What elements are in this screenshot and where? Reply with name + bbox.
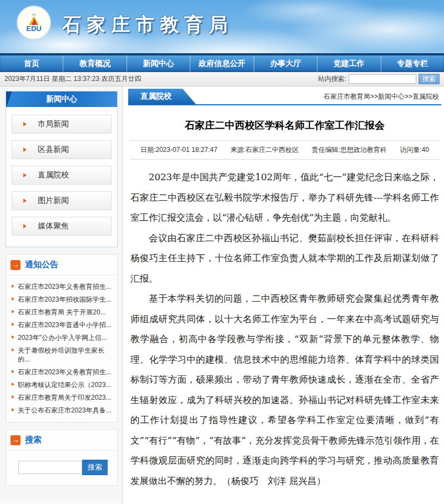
article-body: 2023年是中国共产党建党102周年，值此“七一”建党纪念日来临之际，石家庄二中…: [130, 167, 439, 491]
logo-text: EDU: [26, 25, 41, 32]
sidebar-item-label: 直属院校: [38, 170, 69, 180]
bullet-arrow-icon: [12, 284, 14, 288]
notice-link[interactable]: 石家庄市2023年招收国际学生...: [11, 293, 114, 306]
meta-source: 来源:石家庄二中西校区: [230, 146, 299, 154]
notice-link[interactable]: 石家庄市2023年义务教育招生...: [11, 280, 114, 293]
notice-link[interactable]: 职称考核认定结果公示（2023...: [11, 378, 114, 391]
bullet-arrow-icon: [12, 335, 14, 339]
sidebar-search-button[interactable]: 搜索: [82, 460, 108, 475]
nav-item-service-hall[interactable]: 办事大厅: [254, 55, 317, 72]
arrow-right-icon: [23, 224, 27, 228]
notice-link[interactable]: 石家庄市教育局 关于开展20...: [11, 306, 114, 318]
date-bar: 2023年7月11日 星期二 13:37:23 农历五月廿四 站内搜索: 搜索: [0, 72, 444, 86]
sidebar-search-title: 搜索: [25, 435, 42, 445]
nav-item-gov-info[interactable]: 政府信息公开: [190, 55, 253, 72]
meta-date: 日期:2023-07-01 18:27:47: [140, 146, 218, 154]
notices-box: → 通知公告 石家庄市2023年义务教育招生... 石家庄市2023年招收国际学…: [6, 254, 118, 422]
main-nav: 首页 教育概况 新闻中心 政府信息公开 办事大厅 党建工作 专题专栏: [0, 53, 444, 72]
article-paragraph: 2023年是中国共产党建党102周年，值此“七一”建党纪念日来临之际，石家庄二中…: [130, 167, 439, 228]
arrow-right-icon: [23, 122, 27, 126]
sidebar-search-input[interactable]: [18, 461, 82, 474]
nav-item-party[interactable]: 党建工作: [317, 55, 380, 72]
meta-visits: 访问量:40: [400, 146, 429, 154]
arrow-right-icon: [23, 173, 27, 177]
bullet-arrow-icon: [12, 310, 14, 313]
arrow-right-icon: →: [11, 435, 21, 445]
sidebar-item-label: 市局新闻: [38, 119, 69, 129]
notice-link[interactable]: 石家庄市2023年义务教育招生...: [11, 365, 114, 378]
arrow-right-icon: [23, 198, 27, 203]
bullet-arrow-icon: [12, 395, 14, 399]
tab-affiliated-schools[interactable]: 直属院校: [128, 89, 196, 104]
article-paragraph: 基于本学科关切的问题，二中西校区青年教师研究会聚集起优秀青年教师组成研究共同体，…: [130, 289, 439, 491]
bullet-arrow-icon: [12, 408, 14, 411]
article-meta: 日期:2023-07-01 18:27:47 来源:石家庄二中西校区 责任编辑:…: [130, 140, 439, 160]
sidebar-item-affiliated-schools[interactable]: 直属院校: [12, 166, 112, 185]
section-tab-row: 直属院校 石家庄市教育局>>新闻中心>>直属院校: [128, 90, 441, 105]
article-title: 石家庄二中西校区学科名师工作室工作汇报会: [130, 119, 439, 132]
nav-item-overview[interactable]: 教育概况: [63, 55, 126, 72]
nav-item-home[interactable]: 首页: [0, 55, 63, 72]
main-content: 直属院校 石家庄市教育局>>新闻中心>>直属院校 石家庄二中西校区学科名师工作室…: [123, 86, 444, 503]
site-search: 站内搜索: 搜索: [318, 74, 440, 84]
bullet-arrow-icon: [12, 297, 14, 301]
article: 石家庄二中西校区学科名师工作室工作汇报会 日期:2023-07-01 18:27…: [128, 119, 441, 491]
site-title: 石家庄市教育局: [62, 12, 233, 38]
sidebar: 新闻中心 市局新闻 区县新闻 直属院校 图片新闻: [0, 86, 123, 503]
notice-link[interactable]: 石家庄市2023年普通中小学招...: [11, 318, 114, 331]
sidebar-search-box: → 搜索 搜索: [6, 429, 118, 486]
breadcrumb[interactable]: 石家庄市教育局>>新闻中心>>直属院校: [324, 92, 439, 101]
notice-link[interactable]: 2023年"公办小学入学网上信...: [11, 331, 114, 344]
sidebar-item-media-focus[interactable]: 媒体聚焦: [12, 217, 112, 236]
arrow-right-icon: [23, 147, 27, 152]
sidebar-item-district-news[interactable]: 区县新闻: [12, 140, 112, 159]
article-paragraph: 会议由石家庄二中西校区孙福山书记、樊茹副校长担任评审，在科研科杨俊巧主任主持下，…: [130, 228, 439, 289]
notices-title: 通知公告: [25, 259, 58, 270]
news-center-title: 新闻中心: [6, 91, 117, 107]
meta-editor: 责任编辑:思想政治教育科: [312, 146, 387, 154]
sidebar-item-label: 媒体聚焦: [38, 221, 69, 231]
nav-item-topics[interactable]: 专题专栏: [381, 55, 444, 72]
site-header: SJZ EDU 石家庄市教育局: [0, 0, 444, 53]
site-search-button[interactable]: 搜索: [418, 74, 440, 84]
notice-link[interactable]: 关于暑假校外培训致学生家长的...: [11, 344, 114, 365]
sidebar-item-label: 区县新闻: [38, 145, 69, 155]
sidebar-item-photo-news[interactable]: 图片新闻: [12, 191, 112, 210]
notice-link[interactable]: 关于公布石家庄市2023年具备...: [11, 404, 114, 416]
sidebar-item-city-news[interactable]: 市局新闻: [12, 115, 112, 134]
bullet-arrow-icon: [12, 383, 14, 386]
site-search-input[interactable]: [349, 74, 416, 84]
nav-item-news[interactable]: 新闻中心: [127, 55, 190, 72]
bullet-arrow-icon: [12, 348, 14, 352]
news-center-box: 新闻中心 市局新闻 区县新闻 直属院校 图片新闻: [6, 91, 118, 247]
date-text: 2023年7月11日 星期二 13:37:23 农历五月廿四: [4, 74, 318, 84]
arrow-right-icon: →: [11, 260, 21, 270]
site-search-label: 站内搜索:: [318, 74, 346, 84]
bullet-arrow-icon: [12, 370, 14, 373]
notice-link[interactable]: 石家庄市教育局关于印发2023...: [11, 391, 114, 404]
bullet-arrow-icon: [12, 323, 14, 326]
site-logo: SJZ EDU: [17, 6, 51, 40]
sidebar-item-label: 图片新闻: [38, 196, 69, 206]
logo-a-icon: [29, 16, 39, 25]
